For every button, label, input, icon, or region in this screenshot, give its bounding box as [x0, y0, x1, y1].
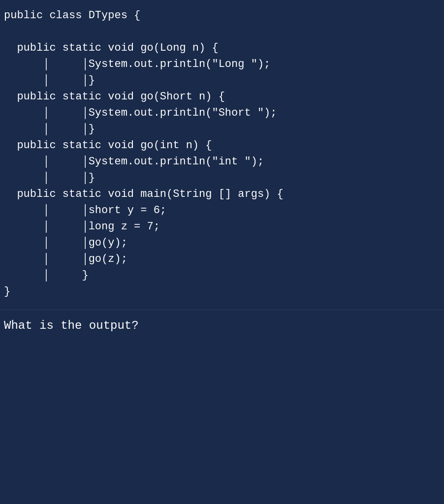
code-editor: public class DTypes { public static void… — [0, 0, 444, 504]
question-section: What is the output? — [0, 310, 444, 337]
class-declaration: public class DTypes { — [4, 9, 140, 22]
method-int: public static void go(int n) { │ │System… — [4, 139, 264, 184]
method-main: public static void main(String [] args) … — [4, 188, 284, 282]
question-text: What is the output? — [4, 319, 139, 332]
method-short: public static void go(Short n) { │ │Syst… — [4, 91, 277, 135]
class-closing: } — [4, 285, 10, 298]
method-long: public static void go(Long n) { │ │Syste… — [4, 42, 270, 87]
code-content: public class DTypes { public static void… — [0, 0, 444, 310]
